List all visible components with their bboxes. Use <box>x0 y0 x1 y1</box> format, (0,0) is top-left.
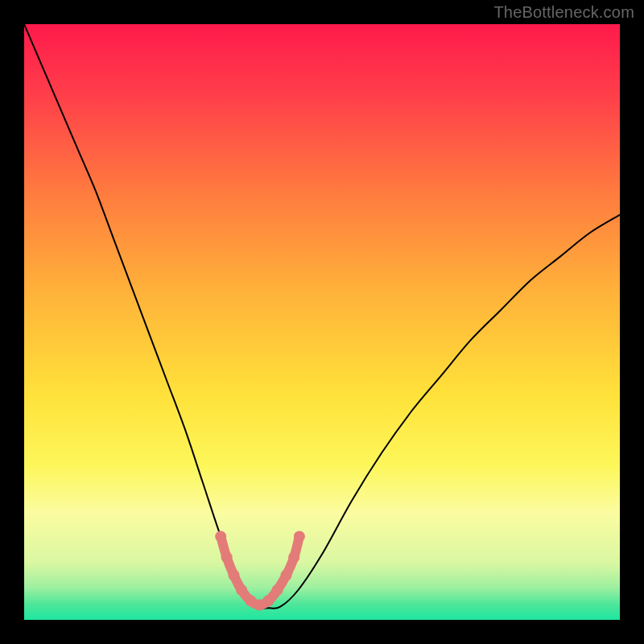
bottleneck-chart <box>24 24 620 620</box>
valley-marker-dot <box>236 584 247 596</box>
valley-marker-dot <box>281 570 292 581</box>
valley-marker-dot <box>215 530 226 542</box>
chart-frame: TheBottleneck.com <box>0 0 644 644</box>
valley-marker-dot <box>294 530 305 542</box>
valley-marker-dot <box>262 595 274 606</box>
valley-marker-dot <box>228 570 239 581</box>
valley-marker-dot <box>288 551 299 563</box>
watermark-text: TheBottleneck.com <box>493 3 634 22</box>
plot-area <box>24 24 620 620</box>
valley-marker-dot <box>221 551 233 563</box>
valley-marker-dot <box>272 584 283 596</box>
gradient-background <box>24 24 620 620</box>
